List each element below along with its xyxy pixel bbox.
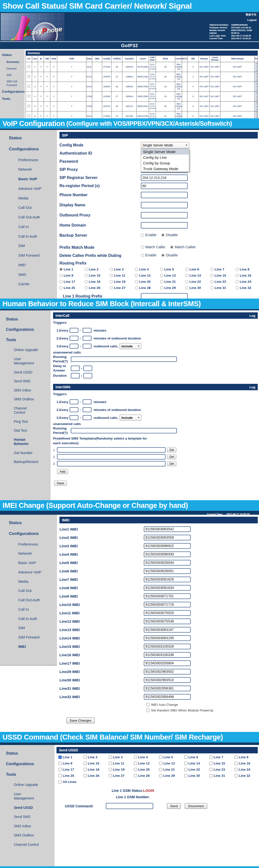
sidebar-item[interactable]: Basic VoIP	[0, 561, 57, 565]
sms-trigger3-min-input[interactable]	[69, 415, 79, 420]
line-checkbox[interactable]: Line 32	[235, 774, 259, 777]
language-link[interactable]: 简体中文	[246, 13, 257, 17]
sidebar-item[interactable]: ChannelControl	[0, 406, 51, 415]
line-checkbox[interactable]: Line 6	[184, 755, 209, 759]
sidebar-item[interactable]: Carrier	[0, 282, 57, 286]
send-button[interactable]: Send	[167, 803, 181, 809]
sidebar-item[interactable]: UserManagement	[0, 792, 55, 801]
sidebar-item[interactable]: Send USSD	[0, 370, 51, 375]
line-checkbox[interactable]: All Lines	[58, 780, 84, 784]
acd-asr-button[interactable]: ACD&ASR	[255, 68, 258, 72]
line-checkbox[interactable]: Line 25	[58, 774, 84, 777]
line-checkbox[interactable]: Line 4	[134, 755, 159, 759]
line-radio[interactable]: Line 30	[185, 286, 210, 290]
imei-input[interactable]	[144, 669, 191, 675]
trigger2-min-input[interactable]	[69, 336, 79, 341]
imei-input[interactable]	[144, 568, 191, 574]
sidebar-item[interactable]: Online Upgrade	[0, 348, 51, 352]
row-checkbox[interactable]	[28, 105, 30, 107]
imei-input[interactable]	[144, 644, 191, 649]
sidebar-item[interactable]: Status	[0, 317, 51, 322]
sidebar-item[interactable]: IMEI	[0, 644, 57, 649]
line-checkbox[interactable]: Line 27	[109, 774, 134, 777]
delete-callee-radio[interactable]: Disable	[161, 253, 178, 257]
sidebar-item[interactable]: IMEI	[0, 263, 57, 268]
imei-input[interactable]	[144, 535, 191, 540]
sidebar-item[interactable]: Preferences	[0, 158, 57, 162]
sms-include-select[interactable]: Include	[120, 415, 141, 421]
row-checkbox[interactable]	[28, 95, 30, 97]
sidebar-item[interactable]: Call Out Auth	[0, 598, 57, 602]
line-checkbox[interactable]: Line 10	[84, 762, 109, 765]
sidebar-item[interactable]: SIM	[0, 626, 57, 630]
prefix-match-radio[interactable]: Match Caller	[141, 245, 165, 249]
sidebar-item[interactable]: Configurations	[0, 327, 51, 332]
sidebar-item[interactable]: SIM	[0, 244, 57, 248]
sidebar-item[interactable]: SMS OutBox	[0, 833, 55, 838]
template-input[interactable]	[57, 461, 166, 466]
backup-server-radio[interactable]: Enable	[141, 233, 156, 237]
acd-asr-button[interactable]: ACD&ASR	[255, 79, 258, 82]
sms-trigger2-max-input[interactable]	[83, 407, 91, 412]
sms-button[interactable]: SMS	[255, 95, 258, 98]
add-template-button[interactable]: Add	[57, 469, 68, 474]
sidebar-item[interactable]: Tools	[0, 338, 51, 342]
imei-input[interactable]	[144, 552, 191, 557]
line-radio[interactable]: Line 26	[85, 286, 110, 290]
line-checkbox[interactable]: Line 22	[184, 768, 209, 771]
sidebar-item[interactable]: Ping Test	[0, 420, 51, 424]
sms-button[interactable]: SMS	[255, 85, 258, 88]
line-checkbox[interactable]: Line 30	[184, 774, 209, 777]
line-radio[interactable]: Line 13	[160, 274, 185, 277]
trigger3-max-input[interactable]	[83, 344, 91, 348]
sidebar-item[interactable]: SIM CallForward	[0, 80, 25, 87]
sidebar-item[interactable]: UserManagement	[0, 357, 51, 366]
line-checkbox[interactable]: Line 12	[134, 762, 159, 765]
save-button[interactable]: Save	[54, 480, 67, 486]
line-checkbox[interactable]: Line 14	[184, 762, 209, 765]
imei-input[interactable]	[144, 677, 191, 683]
acd-asr-button[interactable]: ACD&ASR	[255, 108, 258, 111]
sidebar-item[interactable]: Call In Auth	[0, 234, 57, 239]
template-input[interactable]	[57, 447, 166, 453]
remain-button[interactable]: Remain	[255, 112, 258, 115]
imei-input[interactable]	[144, 635, 191, 641]
remain-button[interactable]: Remain	[255, 101, 258, 105]
line-radio[interactable]: Line 32	[236, 286, 259, 290]
sidebar-item[interactable]: Basic VoIP	[0, 177, 57, 181]
sidebar-item[interactable]: Backup/Restore	[0, 460, 51, 464]
line-radio[interactable]: Line 31	[210, 286, 236, 290]
imei-input[interactable]	[144, 560, 191, 565]
line-radio[interactable]: Line 29	[160, 286, 185, 290]
sidebar-item[interactable]: Advance VoIP	[0, 570, 57, 575]
line-radio[interactable]: Line 16	[236, 274, 259, 277]
line-checkbox[interactable]: Line 7	[209, 755, 235, 759]
line-radio[interactable]: Line 12	[135, 274, 160, 277]
sidebar-item[interactable]: SMS InBox	[0, 388, 51, 393]
backup-server-radio[interactable]: Disable	[161, 233, 178, 237]
sidebar-item[interactable]: Summary	[0, 60, 25, 64]
dropdown-option[interactable]: Single Server Mode	[141, 149, 189, 155]
remain-button[interactable]: Remain	[255, 82, 258, 85]
remain-button[interactable]: Remain	[255, 92, 258, 95]
sidebar-item[interactable]: Get Number	[0, 451, 51, 455]
duration-max-input[interactable]	[83, 373, 92, 378]
line-radio[interactable]: Line 10	[85, 274, 110, 277]
delete-callee-radio[interactable]: Enable	[141, 253, 156, 257]
trigger1-max-input[interactable]	[83, 328, 91, 333]
line-radio[interactable]: Line 19	[110, 280, 135, 283]
sms-trigger1-min-input[interactable]	[69, 399, 79, 404]
sidebar-item[interactable]: Send SMS	[0, 379, 51, 383]
row-checkbox[interactable]	[28, 75, 30, 78]
sidebar-item[interactable]: Tools	[0, 97, 25, 101]
dropdown-option[interactable]: Trunk Gateway Mode	[141, 166, 189, 172]
line-radio[interactable]: Line 2	[85, 268, 110, 271]
delete-template-button[interactable]: Del	[167, 454, 176, 459]
line-checkbox[interactable]: Line 31	[209, 774, 235, 777]
sidebar-item[interactable]: Dial Test	[0, 429, 51, 433]
trigger3-min-input[interactable]	[69, 344, 79, 348]
sidebar-item[interactable]: SIM	[0, 73, 25, 77]
sms-trigger2-min-input[interactable]	[69, 407, 79, 412]
sidebar-item[interactable]: Call In	[0, 607, 57, 612]
line-radio[interactable]: Line 20	[135, 280, 160, 283]
